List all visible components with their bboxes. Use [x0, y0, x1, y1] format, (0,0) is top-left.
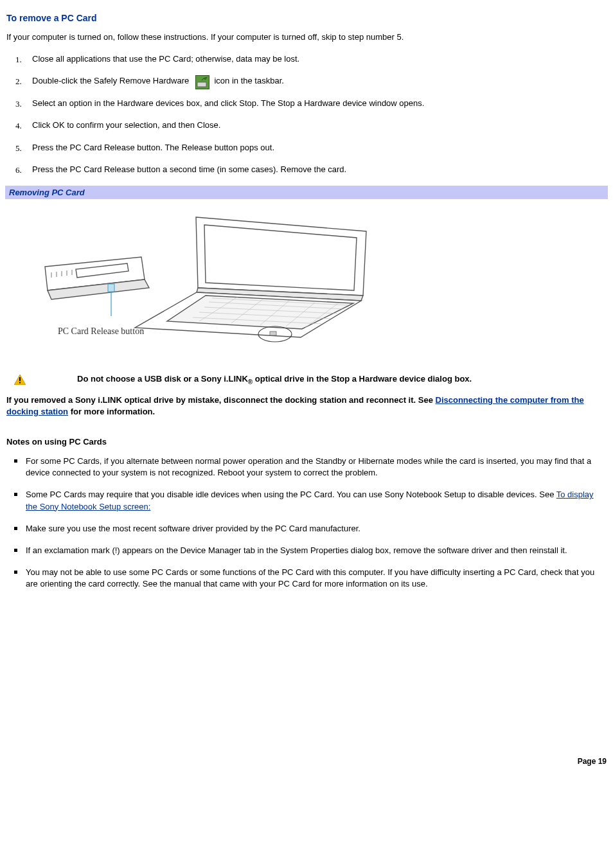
notes-list: For some PC Cards, if you alternate betw…: [6, 456, 607, 590]
list-item: Some PC Cards may require that you disab…: [26, 489, 607, 512]
svg-rect-19: [108, 284, 114, 292]
step-item: 2. Double-click the Safely Remove Hardwa…: [32, 75, 607, 87]
step-number: 1.: [15, 54, 22, 66]
svg-rect-13: [270, 332, 276, 335]
warning-text: Do not choose a USB disk or a Sony i.LIN…: [77, 374, 472, 385]
safely-remove-hardware-icon: [195, 75, 209, 89]
step-text-pre: Double-click the Safely Remove Hardware: [32, 76, 191, 85]
mistake-paragraph: If you removed a Sony i.LINK optical dri…: [6, 394, 607, 418]
list-item: If an exclamation mark (!) appears on th…: [26, 545, 607, 556]
intro-text: If your computer is turned on, follow th…: [6, 32, 607, 42]
step-text: Press the PC Card Release button. The Re…: [32, 143, 274, 152]
svg-rect-23: [19, 382, 21, 384]
step-text: Click OK to confirm your selection, and …: [32, 120, 220, 130]
figure-laptop-pc-card: PC Card Release button: [6, 199, 607, 366]
svg-rect-22: [19, 377, 21, 381]
step-number: 3.: [15, 98, 22, 110]
step-item: 1. Close all applications that use the P…: [32, 53, 607, 65]
list-item: You may not be able to use some PC Cards…: [26, 567, 607, 590]
step-text: Press the PC Card Release button a secon…: [32, 164, 346, 174]
svg-line-1: [202, 78, 204, 80]
step-item: 6. Press the PC Card Release button a se…: [32, 164, 607, 175]
warning-icon: [14, 375, 26, 385]
step-text: Select an option in the Hardware devices…: [32, 98, 424, 108]
step-text: Close all applications that use the PC C…: [32, 54, 299, 64]
steps-list: 1. Close all applications that use the P…: [6, 53, 607, 175]
warning-row: Do not choose a USB disk or a Sony i.LIN…: [6, 374, 607, 385]
step-item: 5. Press the PC Card Release button. The…: [32, 142, 607, 154]
step-number: 5.: [15, 143, 22, 154]
step-text-post: icon in the taskbar.: [214, 76, 283, 85]
page-footer: Page 19: [6, 757, 613, 766]
step-item: 4. Click OK to confirm your selection, a…: [32, 120, 607, 131]
list-item: Make sure you use the most recent softwa…: [26, 523, 607, 535]
step-number: 6.: [15, 164, 22, 176]
notes-heading: Notes on using PC Cards: [6, 437, 607, 447]
figure-label: PC Card Release button: [58, 326, 144, 336]
list-item: For some PC Cards, if you alternate betw…: [26, 456, 607, 479]
step-number: 4.: [15, 120, 22, 132]
step-number: 2.: [15, 76, 22, 87]
step-item: 3. Select an option in the Hardware devi…: [32, 98, 607, 109]
figure-caption: Removing PC Card: [5, 186, 608, 199]
section-title: To remove a PC Card: [6, 13, 607, 23]
svg-rect-0: [197, 82, 206, 87]
